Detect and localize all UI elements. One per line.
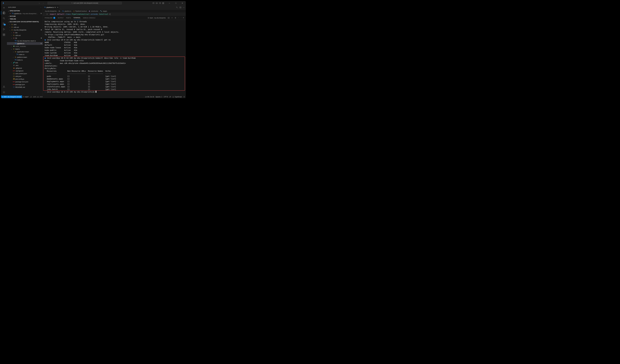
close-panel-icon[interactable]: ✕ [183, 17, 184, 19]
breadcrumb[interactable]: my-eks-blueprints› lib› TSpipeline.ts› ◫… [43, 10, 186, 13]
tree-file[interactable]: JSjest.config.js [7, 78, 43, 80]
npm-file-icon: npm [13, 70, 15, 71]
tree-label: test [15, 62, 18, 64]
tab-problems[interactable]: PROBLEMS1 [45, 17, 55, 19]
git-sync[interactable] [29, 96, 33, 98]
language-mode[interactable]: { }TypeScript [172, 96, 183, 98]
window-minimize[interactable]: ─ [167, 1, 172, 5]
explorer-icon[interactable] [2, 11, 5, 14]
nav-forward-icon[interactable]: → [42, 2, 44, 4]
svg-rect-2 [156, 2, 157, 4]
error-icon: ⊘ [33, 96, 35, 98]
folder-icon: 🗀 [15, 56, 17, 58]
tree-file[interactable]: ◆.gitignore [7, 67, 43, 69]
indentation[interactable]: Spaces: 2 [155, 96, 163, 98]
run-debug-icon[interactable] [2, 28, 5, 31]
terminal-selector[interactable]: bash - my-eks-blueprints [147, 17, 166, 19]
tree-file[interactable]: TSindex.ts [7, 59, 43, 61]
tree-file[interactable]: TSpipeline.tsM [7, 42, 43, 45]
more-terminal-icon[interactable]: ⋯ [178, 17, 179, 19]
svg-point-20 [177, 8, 178, 8]
layout-sidebar-left-icon[interactable] [153, 2, 155, 4]
tree-file[interactable]: ⚙.env [7, 64, 43, 67]
extensions-icon[interactable] [2, 33, 5, 36]
settings-gear-icon[interactable] [2, 91, 5, 94]
tree-file[interactable]: npmpackage-lock.json [7, 80, 43, 83]
command-center[interactable]: ec2-user [SSH: eks-blueprint-remote] [47, 2, 122, 4]
editor-tab[interactable]: TS pipeline.ts M ✕ [43, 5, 60, 10]
svg-rect-3 [159, 2, 161, 4]
workspace-section[interactable]: ⌄EC2-USER [SSH: EKS-BLUEPRINT-REMOTE] [7, 20, 43, 23]
tab-terminal[interactable]: TERMINAL [73, 16, 81, 20]
menu-icon[interactable] [2, 6, 5, 9]
timeline-section[interactable]: ›TIMELINE [7, 18, 43, 20]
tree-file[interactable]: npmpackage.json [7, 83, 43, 86]
nav-back-icon[interactable]: ← [39, 2, 40, 4]
tree-folder[interactable]: ›🗀cdk.out [7, 26, 43, 29]
tree-folder[interactable]: ›🗀bin [7, 31, 43, 34]
code-editor[interactable]: 8export default class PipelineConstruct … [43, 13, 186, 16]
outline-section[interactable]: ›OUTLINE [7, 15, 43, 18]
markdown-file-icon: ⓘ [13, 86, 15, 88]
tree-folder[interactable]: ⌄🗁my-eks-blueprints [7, 29, 43, 31]
tree-folder[interactable]: ›🧪test [7, 61, 43, 64]
split-terminal-icon[interactable] [168, 17, 170, 19]
tab-output[interactable]: OUTPUT [58, 17, 64, 19]
svg-rect-14 [3, 35, 4, 36]
open-editors-section[interactable]: ⌄OPEN EDITORS [7, 9, 43, 12]
tab-ports[interactable]: PORTS [66, 17, 71, 19]
explorer-more-icon[interactable]: ⋯ [40, 7, 42, 8]
npm-file-icon: npm [13, 84, 15, 85]
window-close[interactable]: ✕ [180, 1, 185, 5]
close-tab-icon[interactable]: ✕ [57, 6, 58, 8]
tree-file[interactable]: TSmy-eks-blueprints-stack.ts [7, 39, 43, 42]
new-terminal-icon[interactable]: ＋ [171, 17, 173, 19]
tree-folder[interactable]: ⌄🗁teams [7, 48, 43, 50]
tree-file[interactable]: { }cdk.context.json [7, 72, 43, 75]
more-actions-icon[interactable]: ⋯ [183, 6, 185, 8]
tree-folder[interactable]: ⌄🗁lib [7, 37, 43, 39]
source-control-icon[interactable]: 15 [2, 22, 5, 25]
editor-group: TS pipeline.ts M ✕ ⋯ my-eks-blueprints› … [43, 5, 186, 95]
tree-file[interactable]: { }cdk.json [7, 75, 43, 78]
search-icon[interactable] [2, 17, 5, 20]
typescript-file-icon: TS [12, 13, 14, 14]
chevron-down-icon: ⌄ [11, 37, 12, 39]
svg-rect-4 [162, 2, 163, 3]
folder-icon: 🗀 [11, 24, 13, 25]
npm-file-icon: npm [13, 81, 15, 82]
svg-rect-7 [163, 3, 164, 4]
layout-sidebar-right-icon[interactable] [159, 2, 161, 4]
tree-file[interactable]: ⓘREADME.md [7, 86, 43, 89]
tree-label: platform-team [17, 56, 27, 58]
tab-debug-console[interactable]: DEBUG CONSOLE [83, 17, 95, 19]
eol[interactable]: LF [169, 96, 172, 98]
remote-indicator[interactable]: ⇋ SSH: eks-blueprint-remote [1, 95, 22, 98]
terminal[interactable]: Delta compression using up to 2 threads … [43, 20, 186, 95]
tree-folder[interactable]: ›⬢node_modules [7, 45, 43, 48]
tree-folder[interactable]: ›🗀cdk.out [7, 34, 43, 37]
tree-file[interactable]: npm.npmignore [7, 69, 43, 72]
cursor-position[interactable]: Ln 39, Col 10 [144, 96, 155, 98]
layout-panel-icon[interactable] [156, 2, 158, 4]
tree-file[interactable]: TSindex.ts [7, 53, 43, 56]
status-problems[interactable]: ⊘0 ⚠1 ⎘0 [33, 96, 43, 98]
tree-folder[interactable]: ›🗀aws [7, 23, 43, 26]
editor-tabbar: TS pipeline.ts M ✕ ⋯ [43, 5, 186, 10]
folder-icon: 🗀 [13, 32, 15, 33]
encoding[interactable]: UTF-8 [163, 96, 169, 98]
compare-changes-icon[interactable] [176, 6, 178, 8]
kill-terminal-icon[interactable] [174, 17, 176, 19]
window-maximize[interactable] [173, 1, 178, 5]
maximize-panel-icon[interactable]: ˆ [181, 17, 181, 19]
tree-folder[interactable]: ›🗀platform-team [7, 56, 43, 59]
tree-folder[interactable]: ⌄🗁application-team [7, 50, 43, 53]
close-icon[interactable]: × [9, 13, 11, 14]
accounts-icon[interactable] [2, 85, 5, 88]
open-editor-item[interactable]: × TS pipeline.ts ~/my-eks-blueprints/...… [7, 12, 43, 15]
git-branch[interactable]: main* [22, 96, 29, 98]
notifications-icon[interactable] [183, 96, 186, 98]
layout-customize-icon[interactable] [162, 2, 164, 4]
split-editor-icon[interactable] [179, 6, 181, 8]
svg-point-25 [23, 97, 23, 97]
